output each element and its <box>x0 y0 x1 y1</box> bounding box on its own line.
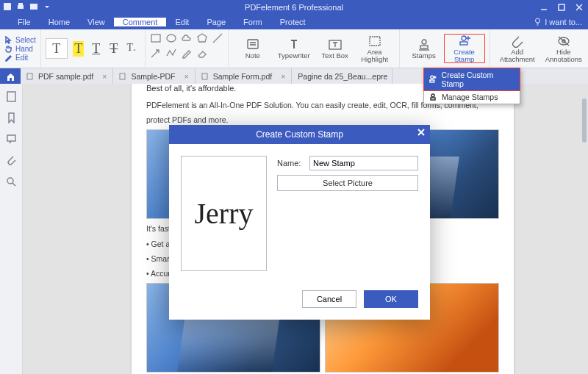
close-button[interactable] <box>570 0 588 15</box>
text-insert[interactable]: T˄ <box>123 37 140 60</box>
svg-rect-0 <box>4 3 11 10</box>
i-want-to[interactable]: I want to... <box>534 18 582 27</box>
typewriter-button[interactable]: Typewriter <box>273 38 315 60</box>
create-custom-stamp-item[interactable]: Create Custom Stamp <box>424 68 520 90</box>
menu-view[interactable]: View <box>79 18 114 26</box>
thumbnails-icon[interactable] <box>6 91 17 104</box>
name-label: Name: <box>277 159 305 168</box>
doc-tab[interactable]: Sample Form.pdf× <box>196 68 293 84</box>
menu-page[interactable]: Page <box>198 18 234 26</box>
svg-rect-10 <box>370 37 380 46</box>
app-title: PDFelement 6 Professional <box>245 3 343 12</box>
svg-point-19 <box>431 94 434 97</box>
stamp-preview: Jerry <box>181 156 267 271</box>
svg-rect-14 <box>460 42 467 45</box>
close-tab-icon[interactable]: × <box>184 72 189 81</box>
scrollbar[interactable] <box>582 98 587 143</box>
rect-icon[interactable] <box>150 32 162 46</box>
svg-point-5 <box>536 18 540 23</box>
app-logo-icon <box>3 2 12 12</box>
sidebar <box>0 84 23 374</box>
svg-point-7 <box>167 35 176 42</box>
polygon-icon[interactable] <box>196 32 208 46</box>
create-stamp-dropdown: Create Custom Stamp Manage Stamps <box>423 68 520 104</box>
menu-protect[interactable]: Protect <box>271 18 315 26</box>
hide-annotations-button[interactable]: Hide Annotations <box>540 35 587 63</box>
email-icon[interactable] <box>29 2 38 12</box>
textbox-button[interactable]: Text Box <box>315 38 355 60</box>
minimize-button[interactable] <box>535 0 553 15</box>
area-highlight-button[interactable]: Area Highlight <box>355 35 395 63</box>
svg-rect-24 <box>7 92 15 101</box>
shape-tools <box>146 29 229 68</box>
doc-tab[interactable]: Pagine da 25_Beau...epre <box>292 68 392 84</box>
edit-tool[interactable]: Edit <box>4 54 36 62</box>
dialog-close-icon[interactable] <box>417 128 426 139</box>
svg-rect-12 <box>420 46 428 48</box>
svg-rect-23 <box>202 73 207 79</box>
menu-form[interactable]: Form <box>234 18 271 26</box>
ok-button[interactable]: OK <box>364 290 418 308</box>
svg-rect-21 <box>27 73 32 79</box>
attachments-icon[interactable] <box>6 155 17 168</box>
add-attachment-button[interactable]: Add Attachment <box>495 35 540 63</box>
hand-tool[interactable]: Hand <box>4 45 36 53</box>
stamp-name-input[interactable] <box>309 156 418 170</box>
close-tab-icon[interactable]: × <box>102 72 107 81</box>
text-underline[interactable]: T <box>87 37 105 60</box>
menu-edit[interactable]: Edit <box>166 18 198 26</box>
svg-rect-25 <box>7 135 15 141</box>
ribbon: Select Hand Edit T T T T T˄ Note Typewri… <box>0 29 588 68</box>
cancel-button[interactable]: Cancel <box>302 290 356 308</box>
home-tab-icon[interactable] <box>0 68 21 84</box>
svg-rect-8 <box>248 40 258 48</box>
create-custom-stamp-dialog: Create Custom Stamp Jerry Name: Select P… <box>169 125 430 320</box>
menubar: File Home View Comment Edit Page Form Pr… <box>0 15 588 29</box>
menu-home[interactable]: Home <box>40 18 79 26</box>
manage-stamps-item[interactable]: Manage Stamps <box>424 90 520 104</box>
lightbulb-icon <box>534 18 542 27</box>
comments-icon[interactable] <box>6 134 17 146</box>
bookmarks-icon[interactable] <box>6 112 17 125</box>
menu-comment[interactable]: Comment <box>114 18 167 26</box>
create-stamp-button[interactable]: Create Stamp <box>444 34 485 64</box>
svg-point-11 <box>422 40 426 44</box>
select-tool[interactable]: Select <box>4 36 36 44</box>
stamps-button[interactable]: Stamps <box>404 38 444 60</box>
text-highlight[interactable]: T <box>70 37 87 60</box>
svg-point-17 <box>431 76 434 79</box>
search-panel-icon[interactable] <box>6 176 17 189</box>
text-strikethrough[interactable]: T <box>105 37 123 60</box>
close-tab-icon[interactable]: × <box>281 72 285 81</box>
oval-icon[interactable] <box>165 32 177 46</box>
svg-point-13 <box>462 36 466 40</box>
svg-rect-20 <box>431 98 435 100</box>
doc-tab[interactable]: PDF sample.pdf× <box>21 68 113 84</box>
doc-tab[interactable]: Sample-PDF× <box>113 68 195 84</box>
maximize-button[interactable] <box>553 0 570 15</box>
select-picture-button[interactable]: Select Picture <box>277 175 418 191</box>
line-icon[interactable] <box>212 32 223 46</box>
eraser-icon[interactable] <box>196 47 208 60</box>
polyline-icon[interactable] <box>165 47 177 60</box>
svg-rect-18 <box>430 80 434 82</box>
svg-point-26 <box>7 178 13 184</box>
svg-rect-1 <box>18 5 24 9</box>
menu-file[interactable]: File <box>9 18 40 26</box>
arrow-icon[interactable] <box>150 47 162 60</box>
dialog-title: Create Custom Stamp <box>169 125 430 144</box>
titlebar-dropdown-icon[interactable] <box>43 2 51 12</box>
svg-rect-22 <box>120 73 125 79</box>
page-paragraph: protect PDFs and more. <box>146 115 499 125</box>
print-icon[interactable] <box>16 2 25 12</box>
svg-rect-2 <box>18 3 23 5</box>
text-style-plain[interactable]: T <box>46 38 68 59</box>
svg-rect-6 <box>151 35 160 42</box>
note-button[interactable]: Note <box>233 38 273 60</box>
svg-rect-4 <box>559 4 564 10</box>
cloud-icon[interactable] <box>181 32 193 46</box>
titlebar: PDFelement 6 Professional <box>0 0 588 15</box>
pencil-icon[interactable] <box>181 47 193 60</box>
